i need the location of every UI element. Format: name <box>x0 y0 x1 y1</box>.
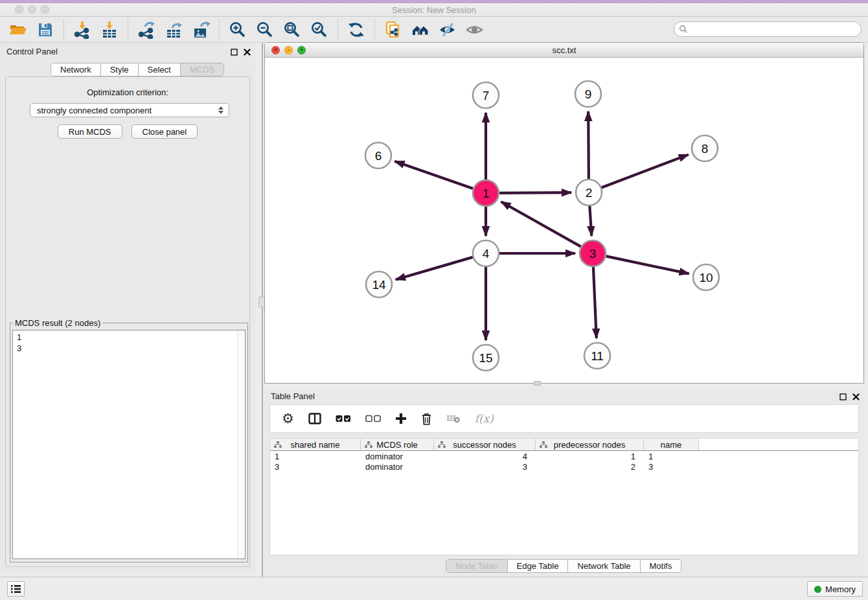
memory-button[interactable]: Memory <box>807 581 863 597</box>
show-columns-icon[interactable] <box>308 409 321 428</box>
column-header-shared-name[interactable]: shared name <box>270 439 361 450</box>
table-cell[interactable]: 2 <box>536 461 644 472</box>
task-history-button[interactable] <box>7 581 25 597</box>
graph-node-label: 14 <box>372 278 386 292</box>
graph-node-6[interactable]: 6 <box>365 143 391 168</box>
float-panel-icon[interactable] <box>229 47 238 56</box>
graph-node-8[interactable]: 8 <box>692 135 718 161</box>
tab-style[interactable]: Style <box>101 63 139 76</box>
mcds-result-area[interactable]: 1 3 <box>12 330 246 559</box>
close-panel-icon[interactable] <box>242 47 251 56</box>
result-scrollbar[interactable] <box>237 330 245 559</box>
home-icon[interactable] <box>411 20 430 40</box>
graph-node-4[interactable]: 4 <box>473 240 499 266</box>
add-column-icon[interactable] <box>395 409 407 428</box>
open-session-icon[interactable] <box>8 20 28 40</box>
tab-motifs[interactable]: Motifs <box>641 560 681 572</box>
clone-network-icon[interactable] <box>383 20 403 40</box>
panel-divider[interactable] <box>262 43 263 577</box>
graph-edge-3-11[interactable] <box>593 267 597 338</box>
close-panel-button[interactable]: Close panel <box>131 124 198 139</box>
memory-label: Memory <box>825 584 856 594</box>
tab-mcds[interactable]: MCDS <box>181 63 223 76</box>
column-label: shared name <box>291 440 340 450</box>
table-toolbar: ⚙ f(x) <box>269 404 859 433</box>
graph-node-9[interactable]: 9 <box>575 81 601 107</box>
graph-edge-3-1[interactable] <box>501 202 581 246</box>
zoom-out-icon[interactable] <box>255 20 275 40</box>
graph-node-7[interactable]: 7 <box>473 82 499 108</box>
graph-node-14[interactable]: 14 <box>366 271 392 297</box>
column-header-MCDS-role[interactable]: MCDS role <box>361 439 434 450</box>
graph-edge-4-14[interactable] <box>396 257 473 280</box>
titlebar: Session: New Session <box>0 0 868 17</box>
graph-edge-1-6[interactable] <box>394 161 473 189</box>
network-frame-titlebar[interactable]: ✕ − + scc.txt <box>265 43 863 58</box>
tab-network[interactable]: Network <box>51 63 101 76</box>
graph-node-15[interactable]: 15 <box>473 345 499 371</box>
delete-table-icon[interactable] <box>446 409 461 428</box>
table-cell[interactable]: 1 <box>644 451 699 461</box>
column-header-successor-nodes[interactable]: successor nodes <box>434 439 536 450</box>
split-pane-handle[interactable] <box>534 381 541 386</box>
deselect-all-icon[interactable] <box>365 409 381 428</box>
table-row[interactable]: 3dominator323 <box>270 461 858 472</box>
graph-node-11[interactable]: 11 <box>584 343 610 369</box>
table-cell[interactable]: 3 <box>434 461 536 472</box>
table-row[interactable]: 1dominator411 <box>270 451 858 461</box>
list-icon <box>10 584 21 594</box>
optimization-criterion-dropdown[interactable]: strongly connected component <box>30 103 229 117</box>
delete-column-icon[interactable] <box>421 409 432 428</box>
apply-layout-icon[interactable] <box>347 20 366 40</box>
function-builder-icon[interactable]: f(x) <box>475 409 494 428</box>
graph-node-2[interactable]: 2 <box>576 179 602 205</box>
zoom-selected-icon[interactable] <box>310 20 329 40</box>
table-cell[interactable]: 4 <box>434 451 536 461</box>
mcds-result-title: MCDS result (2 nodes) <box>13 318 102 328</box>
table-cell[interactable]: 3 <box>644 461 699 472</box>
export-table-icon[interactable] <box>164 20 183 40</box>
tab-select[interactable]: Select <box>139 63 181 76</box>
table-cell[interactable]: 3 <box>270 461 361 472</box>
graph-edge-2-9[interactable] <box>588 111 589 179</box>
zoom-fit-icon[interactable] <box>282 20 302 40</box>
network-canvas[interactable]: 7968124314101511 <box>265 58 863 383</box>
graph-edge-2-8[interactable] <box>602 155 689 188</box>
tab-edge-table[interactable]: Edge Table <box>508 560 569 572</box>
import-table-icon[interactable] <box>100 20 119 40</box>
graph-edge-3-10[interactable] <box>606 256 689 273</box>
graph-node-1[interactable]: 1 <box>473 180 499 206</box>
graph-node-10[interactable]: 10 <box>693 264 719 290</box>
hide-selected-icon[interactable] <box>438 20 457 40</box>
mcds-result-group: MCDS result (2 nodes) 1 3 <box>10 318 248 562</box>
column-header-name[interactable]: name <box>644 439 699 450</box>
table-cell[interactable]: 1 <box>270 451 361 461</box>
zoom-in-icon[interactable] <box>228 20 247 40</box>
search-field[interactable] <box>674 21 862 37</box>
graph-edge-1-2[interactable] <box>499 192 571 193</box>
export-image-icon[interactable] <box>191 20 211 40</box>
search-input[interactable] <box>688 23 861 35</box>
table-tabs: Node Table Edge Table Network Table Moti… <box>446 559 681 573</box>
table-options-icon[interactable]: ⚙ <box>282 409 294 428</box>
import-network-icon[interactable] <box>73 20 92 40</box>
table-cell[interactable]: dominator <box>361 461 434 472</box>
float-table-panel-icon[interactable] <box>838 392 847 401</box>
export-network-icon[interactable] <box>137 20 156 40</box>
graph-edge-2-3[interactable] <box>589 206 591 236</box>
table-cell[interactable]: dominator <box>361 451 434 461</box>
tab-network-table[interactable]: Network Table <box>568 560 640 572</box>
network-frame-title: scc.txt <box>265 45 863 55</box>
close-table-panel-icon[interactable] <box>851 392 860 401</box>
show-all-icon[interactable] <box>465 20 485 40</box>
run-mcds-button[interactable]: Run MCDS <box>58 124 122 139</box>
column-header-predecessor-nodes[interactable]: predecessor nodes <box>536 439 644 450</box>
table-cell[interactable]: 1 <box>536 451 644 461</box>
graph-node-3[interactable]: 3 <box>580 240 606 266</box>
column-label: MCDS role <box>376 440 418 450</box>
tab-node-table[interactable]: Node Table <box>446 560 508 572</box>
select-all-icon[interactable] <box>336 409 351 428</box>
dropdown-value: strongly connected component <box>30 106 216 115</box>
save-session-icon[interactable] <box>36 20 55 40</box>
control-panel-title: Control Panel <box>6 47 58 56</box>
